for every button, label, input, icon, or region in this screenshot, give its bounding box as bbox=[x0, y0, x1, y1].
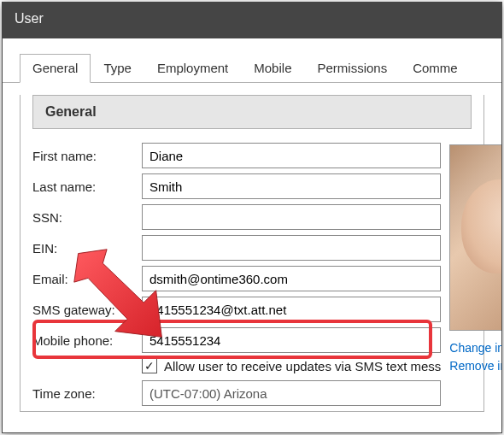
allow-sms-label: Allow user to receive updates via SMS te… bbox=[164, 359, 441, 373]
form-fields: First name: Last name: SSN: EIN: Email: bbox=[32, 143, 441, 411]
user-photo bbox=[449, 144, 502, 331]
first-name-input[interactable] bbox=[142, 143, 441, 168]
ssn-label: SSN: bbox=[32, 210, 142, 225]
tab-type[interactable]: Type bbox=[91, 54, 144, 82]
sms-gateway-label: SMS gateway: bbox=[32, 303, 142, 317]
photo-column: Change im Remove im bbox=[441, 143, 502, 411]
general-panel: General First name: Last name: SSN: EIN: bbox=[20, 95, 484, 412]
ein-label: EIN: bbox=[32, 241, 142, 256]
tab-general[interactable]: General bbox=[20, 54, 91, 83]
section-header-general: General bbox=[32, 95, 472, 129]
window-title: User bbox=[15, 11, 44, 26]
change-image-link[interactable]: Change im bbox=[449, 339, 502, 357]
timezone-label: Time zone: bbox=[32, 386, 142, 401]
window-titlebar: User bbox=[3, 3, 501, 38]
photo-links: Change im Remove im bbox=[449, 339, 502, 375]
tab-comments[interactable]: Comme bbox=[400, 54, 471, 82]
allow-sms-checkbox[interactable]: ✓ bbox=[142, 358, 157, 373]
remove-image-link[interactable]: Remove im bbox=[449, 357, 502, 375]
email-input[interactable] bbox=[142, 266, 441, 291]
tabstrip: General Type Employment Mobile Permissio… bbox=[3, 38, 501, 83]
ein-input[interactable] bbox=[142, 235, 441, 261]
mobile-phone-label: Mobile phone: bbox=[32, 333, 142, 348]
email-label: Email: bbox=[32, 272, 142, 286]
timezone-select[interactable]: (UTC-07:00) Arizona bbox=[142, 380, 441, 406]
tab-mobile[interactable]: Mobile bbox=[241, 54, 304, 82]
sms-gateway-input[interactable] bbox=[142, 297, 441, 322]
last-name-input[interactable] bbox=[142, 173, 441, 199]
mobile-phone-input[interactable] bbox=[142, 327, 441, 353]
last-name-label: Last name: bbox=[32, 179, 142, 194]
first-name-label: First name: bbox=[32, 149, 142, 163]
tab-employment[interactable]: Employment bbox=[144, 54, 241, 82]
ssn-input[interactable] bbox=[142, 204, 441, 230]
user-dialog: User General Type Employment Mobile Perm… bbox=[2, 2, 502, 433]
tab-permissions[interactable]: Permissions bbox=[304, 54, 400, 82]
form-area: First name: Last name: SSN: EIN: Email: bbox=[21, 143, 483, 411]
allow-sms-row: ✓ Allow user to receive updates via SMS … bbox=[142, 358, 441, 373]
